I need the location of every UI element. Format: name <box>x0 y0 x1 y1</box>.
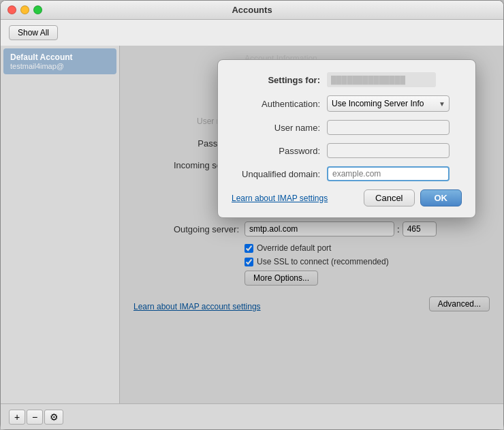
authentication-select[interactable]: Use Incoming Server Info Password MD5 Ch… <box>327 95 450 112</box>
traffic-lights <box>7 5 42 14</box>
modal-username-label: User name: <box>232 123 320 133</box>
authentication-select-wrapper: Use Incoming Server Info Password MD5 Ch… <box>327 95 450 112</box>
minimize-button[interactable] <box>20 5 29 14</box>
bottom-bar: + − ⚙ <box>1 403 503 429</box>
modal-buttons-row: Learn about IMAP settings Cancel OK <box>232 189 462 206</box>
account-email: testmail4imap@ <box>10 62 110 70</box>
modal-password-row: Password: <box>232 143 462 158</box>
sidebar-item-default-account[interactable]: Default Account testmail4imap@ <box>3 48 116 74</box>
modal-password-input[interactable] <box>327 143 450 158</box>
modal-unqualified-domain-input[interactable] <box>327 166 450 181</box>
right-panel: Account Information User name: Password: <box>120 46 503 403</box>
show-all-button[interactable]: Show All <box>9 25 58 40</box>
modal-username-input[interactable] <box>327 120 450 135</box>
bottom-left-controls: + − ⚙ <box>9 410 63 425</box>
account-name: Default Account <box>10 52 110 62</box>
modal-settings-value-text: ██████████████ <box>331 76 405 84</box>
ok-button[interactable]: OK <box>420 189 462 206</box>
modal-username-row: User name: <box>232 120 462 135</box>
remove-account-button[interactable]: − <box>27 410 43 425</box>
close-button[interactable] <box>7 5 16 14</box>
add-account-button[interactable]: + <box>9 410 25 425</box>
main-content: Default Account testmail4imap@ Account I… <box>1 46 503 403</box>
modal-learn-link[interactable]: Learn about IMAP settings <box>232 194 328 203</box>
sidebar: Default Account testmail4imap@ <box>1 46 120 403</box>
window-title: Accounts <box>232 5 272 15</box>
smtp-settings-modal: Settings for: ██████████████ Authenticat… <box>217 59 476 218</box>
titlebar: Accounts <box>1 1 503 20</box>
modal-btn-group: Cancel OK <box>364 189 462 206</box>
modal-settings-for-row: Settings for: ██████████████ <box>232 72 462 87</box>
cancel-button[interactable]: Cancel <box>364 189 414 206</box>
modal-unqualified-domain-row: Unqualified domain: <box>232 166 462 181</box>
modal-settings-for-label: Settings for: <box>232 75 320 85</box>
maximize-button[interactable] <box>33 5 42 14</box>
modal-unqualified-domain-label: Unqualified domain: <box>232 169 320 179</box>
modal-authentication-label: Authentication: <box>232 99 320 109</box>
modal-authentication-row: Authentication: Use Incoming Server Info… <box>232 95 462 112</box>
modal-password-label: Password: <box>232 146 320 156</box>
modal-settings-for-value: ██████████████ <box>327 72 436 87</box>
modal-overlay: Settings for: ██████████████ Authenticat… <box>120 46 503 403</box>
accounts-window: Accounts Show All Default Account testma… <box>0 0 504 430</box>
gear-button[interactable]: ⚙ <box>44 410 63 425</box>
